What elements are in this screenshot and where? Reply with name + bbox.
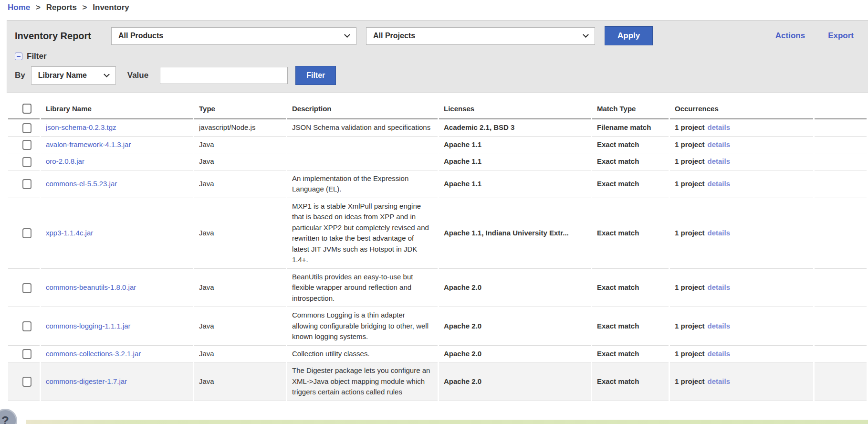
description-cell: MXP1 is a stable XmlPull parsing engine … bbox=[287, 198, 438, 269]
type-cell: Java bbox=[194, 153, 286, 170]
minus-icon bbox=[17, 56, 21, 57]
filter-by-label: By bbox=[15, 71, 25, 80]
help-bubble-icon[interactable]: ? bbox=[0, 409, 17, 424]
row-checkbox[interactable] bbox=[22, 140, 31, 150]
row-checkbox[interactable] bbox=[22, 283, 31, 293]
project-count: 1 project bbox=[675, 123, 705, 131]
empty-cell bbox=[815, 346, 867, 363]
breadcrumb: Home > Reports > Inventory bbox=[0, 0, 868, 12]
actions-link[interactable]: Actions bbox=[775, 31, 805, 41]
chevron-down-icon bbox=[344, 32, 350, 38]
apply-button[interactable]: Apply bbox=[605, 26, 653, 45]
project-select[interactable]: All Projects bbox=[366, 27, 595, 45]
occurrences-cell: 1 projectdetails bbox=[670, 119, 813, 137]
filter-value-label: Value bbox=[127, 71, 148, 80]
occurrences-cell: 1 projectdetails bbox=[670, 346, 813, 363]
export-link[interactable]: Export bbox=[828, 31, 854, 41]
row-checkbox[interactable] bbox=[22, 123, 31, 133]
type-cell: Java bbox=[194, 137, 286, 154]
bottom-scroll-indicator-bar bbox=[26, 420, 868, 424]
library-name-link[interactable]: commons-digester-1.7.jar bbox=[46, 377, 127, 385]
chevron-down-icon bbox=[583, 32, 589, 38]
library-name-link[interactable]: json-schema-0.2.3.tgz bbox=[46, 123, 116, 131]
row-checkbox[interactable] bbox=[22, 377, 31, 387]
filter-value-input[interactable] bbox=[160, 67, 288, 84]
row-checkbox-cell bbox=[8, 307, 40, 346]
collapse-filter-icon[interactable] bbox=[15, 53, 22, 60]
report-header-panel: Inventory Report All Products All Projec… bbox=[7, 20, 868, 93]
library-name-link[interactable]: avalon-framework-4.1.3.jar bbox=[46, 140, 131, 148]
table-row: json-schema-0.2.3.tgz javascript/Node.js… bbox=[8, 119, 867, 137]
column-header-type: Type bbox=[194, 97, 286, 119]
breadcrumb-home-link[interactable]: Home bbox=[8, 3, 30, 12]
product-select[interactable]: All Products bbox=[111, 27, 356, 45]
library-name-link[interactable]: commons-el-5.5.23.jar bbox=[46, 180, 117, 188]
project-count: 1 project bbox=[675, 377, 705, 385]
details-link[interactable]: details bbox=[708, 140, 731, 148]
table-row: commons-beanutils-1.8.0.jar Java BeanUti… bbox=[8, 269, 867, 307]
details-link[interactable]: details bbox=[708, 180, 731, 188]
details-link[interactable]: details bbox=[708, 322, 731, 330]
occurrences-cell: 1 projectdetails bbox=[670, 269, 813, 307]
filter-by-select[interactable]: Library Name bbox=[31, 66, 116, 85]
library-name-cell: commons-collections-3.2.1.jar bbox=[41, 346, 193, 363]
column-header-library-name: Library Name bbox=[41, 97, 193, 119]
column-header-licenses: Licenses bbox=[439, 97, 591, 119]
match-type-cell: Filename match bbox=[592, 119, 669, 137]
row-checkbox-cell bbox=[8, 362, 40, 401]
occurrences-cell: 1 projectdetails bbox=[670, 198, 813, 269]
type-cell: Java bbox=[194, 269, 286, 307]
match-type-cell: Exact match bbox=[592, 269, 669, 307]
library-name-link[interactable]: xpp3-1.1.4c.jar bbox=[46, 229, 93, 237]
library-name-link[interactable]: commons-logging-1.1.1.jar bbox=[46, 322, 131, 330]
details-link[interactable]: details bbox=[708, 229, 731, 237]
inventory-table: Library Name Type Description Licenses M… bbox=[7, 97, 868, 401]
type-cell: Java bbox=[194, 362, 286, 401]
breadcrumb-separator: > bbox=[36, 3, 41, 12]
details-link[interactable]: details bbox=[708, 157, 731, 165]
row-checkbox[interactable] bbox=[22, 179, 31, 189]
library-name-cell: commons-el-5.5.23.jar bbox=[41, 170, 193, 198]
library-name-link[interactable]: commons-beanutils-1.8.0.jar bbox=[46, 283, 136, 291]
table-row: commons-digester-1.7.jar Java The Digest… bbox=[8, 362, 867, 401]
details-link[interactable]: details bbox=[708, 377, 731, 385]
row-checkbox[interactable] bbox=[22, 228, 31, 238]
empty-cell bbox=[815, 153, 867, 170]
row-checkbox-cell bbox=[8, 346, 40, 363]
details-link[interactable]: details bbox=[708, 123, 731, 131]
match-type-cell: Exact match bbox=[592, 346, 669, 363]
description-cell: JSON Schema validation and specification… bbox=[287, 119, 438, 137]
details-link[interactable]: details bbox=[708, 350, 731, 358]
row-checkbox[interactable] bbox=[22, 157, 31, 167]
description-cell bbox=[287, 137, 438, 154]
row-checkbox[interactable] bbox=[22, 321, 31, 331]
breadcrumb-separator: > bbox=[83, 3, 87, 12]
product-select-value: All Products bbox=[118, 32, 163, 40]
occurrences-cell: 1 projectdetails bbox=[670, 170, 813, 198]
library-name-cell: oro-2.0.8.jar bbox=[41, 153, 193, 170]
table-row: oro-2.0.8.jar Java Apache 1.1 Exact matc… bbox=[8, 153, 867, 170]
type-cell: Java bbox=[194, 346, 286, 363]
chevron-down-icon bbox=[104, 71, 110, 77]
row-checkbox-cell bbox=[8, 198, 40, 269]
description-cell: The Digester package lets you configure … bbox=[287, 362, 438, 401]
filter-by-select-value: Library Name bbox=[38, 71, 87, 80]
row-checkbox[interactable] bbox=[22, 349, 31, 359]
match-type-cell: Exact match bbox=[592, 153, 669, 170]
licenses-cell: Apache 1.1 bbox=[439, 153, 591, 170]
project-count: 1 project bbox=[675, 322, 705, 330]
empty-cell bbox=[815, 137, 867, 154]
occurrences-cell: 1 projectdetails bbox=[670, 153, 813, 170]
type-cell: Java bbox=[194, 170, 286, 198]
type-cell: Java bbox=[194, 307, 286, 346]
library-name-link[interactable]: oro-2.0.8.jar bbox=[46, 157, 84, 165]
details-link[interactable]: details bbox=[708, 283, 731, 291]
filter-button[interactable]: Filter bbox=[295, 66, 336, 85]
page-title: Inventory Report bbox=[15, 31, 111, 42]
library-name-cell: commons-digester-1.7.jar bbox=[41, 362, 193, 401]
library-name-link[interactable]: commons-collections-3.2.1.jar bbox=[46, 350, 141, 358]
select-all-checkbox[interactable] bbox=[22, 104, 31, 114]
empty-cell bbox=[815, 170, 867, 198]
row-checkbox-cell bbox=[8, 170, 40, 198]
top-links: Actions Export bbox=[775, 31, 868, 41]
